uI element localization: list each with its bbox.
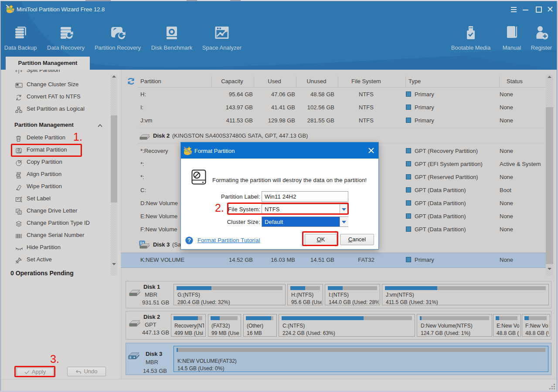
svg-text:N: N xyxy=(19,95,21,98)
svg-text:E: E xyxy=(19,211,21,214)
svg-text:?: ? xyxy=(187,237,191,243)
svg-text:F: F xyxy=(17,97,18,100)
